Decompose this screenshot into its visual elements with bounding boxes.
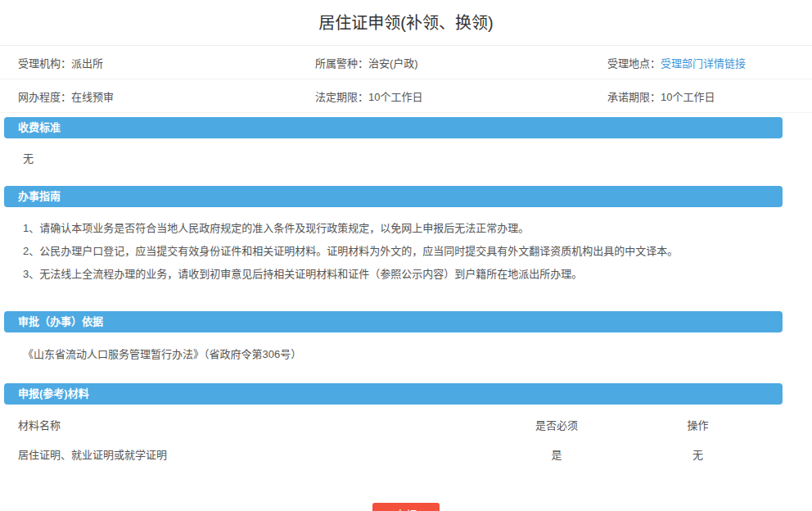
guide-item-2: 2、公民办理户口登记，应当提交有效身份证件和相关证明材料。证明材料为外文的，应当…	[23, 240, 812, 263]
promised-period-label: 承诺期限：	[607, 88, 661, 104]
apply-button-container: 申报	[0, 503, 812, 511]
fee-section-header: 收费标准	[4, 117, 783, 138]
online-degree-field: 网办程度： 在线预审	[0, 88, 315, 104]
materials-table-header-row: 材料名称 是否必须 操作	[0, 409, 812, 439]
police-category-value: 治安(户政)	[368, 55, 418, 70]
promised-period-value: 10个工作日	[661, 88, 715, 104]
guide-section: 办事指南 1、请确认本项业务是否符合当地人民政府规定的准入条件及现行政策规定，以…	[0, 186, 812, 307]
column-operation: 操作	[622, 417, 774, 432]
fee-section: 收费标准 无	[0, 117, 812, 182]
statutory-period-value: 10个工作日	[368, 88, 422, 104]
police-category-field: 所属警种： 治安(户政)	[315, 55, 607, 70]
info-row-2: 网办程度： 在线预审 法定期限： 10个工作日 承诺期限： 10个工作日	[0, 79, 812, 113]
police-category-label: 所属警种：	[315, 55, 368, 70]
basis-content: 《山东省流动人口服务管理暂行办法》（省政府令第306号）	[0, 332, 812, 379]
accepting-agency-label: 受理机构：	[18, 55, 71, 70]
guide-content: 1、请确认本项业务是否符合当地人民政府规定的准入条件及现行政策规定，以免网上申报…	[0, 207, 812, 307]
basis-section-header: 审批（办事）依据	[4, 311, 783, 332]
accepting-location-label: 受理地点：	[607, 55, 661, 70]
material-required-cell: 是	[491, 446, 622, 462]
service-detail-page: 居住证申领(补领、换领) 受理机构： 派出所 所属警种： 治安(户政) 受理地点…	[0, 0, 812, 511]
column-material-name: 材料名称	[18, 417, 491, 432]
materials-table: 材料名称 是否必须 操作 居住证明、就业证明或就学证明 是 无	[0, 405, 812, 468]
apply-button[interactable]: 申报	[372, 503, 440, 511]
promised-period-field: 承诺期限： 10个工作日	[607, 88, 812, 104]
accepting-agency-field: 受理机构： 派出所	[0, 55, 315, 70]
column-required: 是否必须	[491, 417, 622, 432]
materials-section: 申报(参考)材料 材料名称 是否必须 操作 居住证明、就业证明或就学证明 是 无	[0, 383, 812, 468]
accepting-location-field: 受理地点： 受理部门详情链接	[607, 55, 812, 70]
guide-item-1: 1、请确认本项业务是否符合当地人民政府规定的准入条件及现行政策规定，以免网上申报…	[23, 217, 812, 240]
online-degree-label: 网办程度：	[18, 88, 71, 104]
fee-content: 无	[0, 138, 812, 182]
materials-section-header: 申报(参考)材料	[4, 383, 783, 405]
statutory-period-field: 法定期限： 10个工作日	[315, 88, 607, 104]
table-row: 居住证明、就业证明或就学证明 是 无	[0, 439, 812, 468]
basis-section: 审批（办事）依据 《山东省流动人口服务管理暂行办法》（省政府令第306号）	[0, 311, 812, 379]
info-row-1: 受理机构： 派出所 所属警种： 治安(户政) 受理地点： 受理部门详情链接	[0, 46, 812, 79]
material-name-cell: 居住证明、就业证明或就学证明	[18, 446, 491, 462]
guide-section-header: 办事指南	[4, 186, 783, 207]
material-operation-cell: 无	[622, 446, 774, 462]
accepting-department-detail-link[interactable]: 受理部门详情链接	[661, 55, 746, 70]
statutory-period-label: 法定期限：	[315, 88, 368, 104]
page-title: 居住证申领(补领、换领)	[0, 0, 812, 46]
online-degree-value: 在线预审	[71, 88, 114, 104]
guide-item-3: 3、无法线上全流程办理的业务，请收到初审意见后持相关证明材料和证件（参照公示内容…	[23, 263, 812, 286]
accepting-agency-value: 派出所	[71, 55, 103, 70]
